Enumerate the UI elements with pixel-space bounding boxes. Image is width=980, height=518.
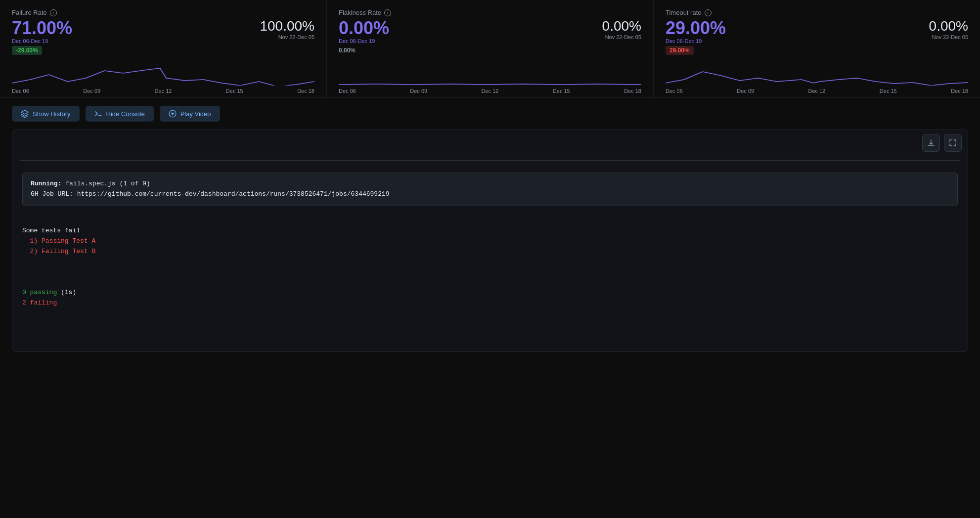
metrics-row: Failure Rate i 71.00% Dec 06-Dec 19 100.… (0, 0, 980, 98)
console-line-passing: 0 passing (1s) (22, 288, 958, 298)
failure-rate-info-icon: i (50, 9, 57, 16)
flakiness-rate-current: 0.00% (339, 19, 389, 37)
play-video-button[interactable]: Play Video (160, 106, 220, 122)
failure-rate-panel: Failure Rate i 71.00% Dec 06-Dec 19 100.… (0, 0, 327, 97)
timeout-rate-chart-labels: Dec 06 Dec 09 Dec 12 Dec 15 Dec 18 (666, 88, 968, 94)
console-line-blank2 (22, 257, 958, 267)
flakiness-rate-panel: Flakiness Rate i 0.00% Dec 06-Dec 19 0.0… (327, 0, 654, 97)
running-label: Running: (31, 180, 61, 187)
console-line-some-tests: Some tests fail (22, 226, 958, 236)
flakiness-rate-info-icon: i (384, 9, 391, 16)
failure-rate-badge: -29.00% (12, 46, 42, 55)
t-chart-label-2: Dec 09 (737, 88, 754, 94)
t-chart-label-3: Dec 12 (808, 88, 826, 94)
flakiness-rate-prev-date: Nov 22-Dec 05 (602, 34, 641, 40)
job-label: GH Job URL: (31, 190, 73, 198)
timeout-rate-values: 29.00% Dec 06-Dec 19 0.00% Nov 22-Dec 05 (666, 19, 968, 44)
play-icon (169, 110, 177, 118)
job-url: https://github.com/currents-dev/dashboar… (73, 190, 390, 198)
chart-label-5: Dec 18 (297, 88, 314, 94)
passing-count: 0 passing (22, 289, 57, 296)
failure-rate-title: Failure Rate i (12, 9, 314, 16)
job-url-line: GH Job URL: https://github.com/currents-… (31, 189, 949, 200)
flakiness-rate-title: Flakiness Rate i (339, 9, 641, 16)
flakiness-rate-current-date: Dec 06-Dec 19 (339, 38, 389, 44)
console-output: Some tests fail 1) Passing Test A 2) Fai… (22, 216, 958, 308)
hide-console-label: Hide Console (106, 110, 145, 118)
actions-row: Show History Hide Console Play Video (0, 98, 980, 130)
timeout-rate-prev: 0.00% (929, 19, 968, 33)
f-chart-label-2: Dec 09 (410, 88, 427, 94)
console-line-failing: 2 failing (22, 298, 958, 308)
running-box: Running: fails.spec.js (1 of 9) GH Job U… (22, 173, 958, 206)
failure-rate-chart-labels: Dec 06 Dec 09 Dec 12 Dec 15 Dec 18 (12, 88, 314, 94)
hide-console-button[interactable]: Hide Console (86, 106, 154, 122)
layers-icon (21, 110, 29, 118)
console-line-test2: 2) Failing Test B (22, 247, 958, 257)
console-divider (20, 160, 960, 161)
flakiness-rate-chart: Dec 06 Dec 09 Dec 12 Dec 15 Dec 18 (339, 61, 641, 90)
terminal-icon (94, 110, 102, 118)
f-chart-label-4: Dec 15 (553, 88, 570, 94)
console-toolbar (12, 130, 968, 156)
download-button[interactable] (922, 134, 940, 152)
t-chart-label-5: Dec 18 (951, 88, 968, 94)
chart-label-2: Dec 09 (83, 88, 100, 94)
console-line-test1: 1) Passing Test A (22, 236, 958, 247)
console-line-blank1 (22, 216, 958, 226)
timeout-rate-title: Timeout rate i (666, 9, 968, 16)
timeout-rate-info-icon: i (705, 9, 712, 16)
timeout-rate-chart: Dec 06 Dec 09 Dec 12 Dec 15 Dec 18 (666, 61, 968, 90)
show-history-label: Show History (33, 110, 71, 118)
timeout-rate-prev-date: Nov 22-Dec 05 (929, 34, 968, 40)
show-history-button[interactable]: Show History (12, 106, 80, 122)
timeout-rate-current-date: Dec 06-Dec 19 (666, 38, 726, 44)
flakiness-rate-chart-labels: Dec 06 Dec 09 Dec 12 Dec 15 Dec 18 (339, 88, 641, 94)
timeout-rate-badge: 29.00% (666, 46, 694, 55)
failure-rate-prev: 100.00% (260, 19, 314, 33)
running-count: (1 of 9) (116, 180, 150, 187)
failure-rate-current-date: Dec 06-Dec 19 (12, 38, 72, 44)
console-line-blank4 (22, 277, 958, 288)
flakiness-rate-values: 0.00% Dec 06-Dec 19 0.00% Nov 22-Dec 05 (339, 19, 641, 44)
f-chart-label-3: Dec 12 (482, 88, 499, 94)
t-chart-label-4: Dec 15 (880, 88, 897, 94)
console-body: Running: fails.spec.js (1 of 9) GH Job U… (12, 165, 968, 316)
play-video-label: Play Video (180, 110, 211, 118)
failure-rate-current: 71.00% (12, 19, 72, 37)
flakiness-rate-prev: 0.00% (602, 19, 641, 33)
f-chart-label-1: Dec 06 (339, 88, 356, 94)
chart-label-3: Dec 12 (155, 88, 172, 94)
console-panel: Running: fails.spec.js (1 of 9) GH Job U… (12, 130, 968, 352)
timeout-rate-current: 29.00% (666, 19, 726, 37)
failure-rate-chart-svg (12, 61, 314, 86)
running-spec: fails.spec.js (61, 180, 115, 187)
running-line: Running: fails.spec.js (1 of 9) (31, 179, 949, 189)
flakiness-rate-badge: 0.00% (339, 46, 359, 55)
passing-time: (1s) (57, 289, 76, 296)
failure-rate-prev-date: Nov 22-Dec 05 (260, 34, 314, 40)
timeout-rate-chart-svg (666, 61, 968, 86)
timeout-rate-panel: Timeout rate i 29.00% Dec 06-Dec 19 0.00… (654, 0, 980, 97)
flakiness-rate-chart-svg (339, 61, 641, 86)
console-line-blank3 (22, 267, 958, 278)
f-chart-label-5: Dec 18 (624, 88, 641, 94)
chart-label-1: Dec 06 (12, 88, 29, 94)
chart-label-4: Dec 15 (226, 88, 243, 94)
t-chart-label-1: Dec 06 (666, 88, 683, 94)
failure-rate-chart: Dec 06 Dec 09 Dec 12 Dec 15 Dec 18 (12, 61, 314, 90)
failure-rate-values: 71.00% Dec 06-Dec 19 100.00% Nov 22-Dec … (12, 19, 314, 44)
expand-button[interactable] (944, 134, 962, 152)
svg-marker-1 (172, 112, 175, 115)
